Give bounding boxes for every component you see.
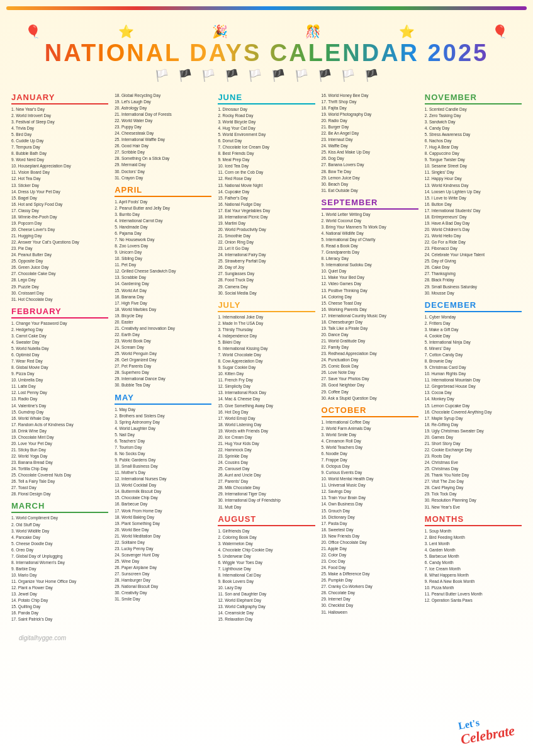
list-item: 9. Public Gardens Day [115,457,211,463]
list-item: 16. Barbecue Day [115,501,211,507]
list-item: 7. World Chocolate Day [218,352,315,358]
list-item: 21. Hugging Day [11,233,108,239]
june2-section: 16. World Honey Bee Day17. Thrift Shop D… [320,91,420,196]
list-item: 16. Hot and Spicy Food Day [11,201,108,208]
list-item: 21. World Hello Day [425,233,522,239]
list-item: 14. Mac & Cheese Day [218,396,315,402]
list-item: 11. Make Your Bed Day [322,274,418,281]
list-item: 5. Bikini Day [218,339,315,346]
list-item: 5. International Day of Charity [322,237,418,243]
list-item: 1. Soup Month [425,528,522,534]
list-item: 12. Lost Penny Day [11,390,108,396]
list-item: 22. Onion Ring Day [218,239,315,245]
list-item: 17. International Country Music Day [322,313,418,319]
list-item: 28. Superhero Day [115,370,211,376]
october-title: OCTOBER [322,405,418,417]
months-list: 1. Soup Month2. Bird Feeding Month3. Len… [425,528,522,604]
list-item: 25. Chocolate Covered Nuts Day [11,472,108,478]
list-item: 6. Miners' Day [425,346,522,352]
list-item: 2. Made In The USA Day [218,320,315,327]
col-4: 16. World Honey Bee Day17. Thrift Shop D… [320,91,420,625]
list-item: 7. Lighthouse Day [218,566,315,572]
list-item: 31. Hot Chocolate Day [11,296,108,303]
list-item: 26. Thank You Note Day [425,472,522,478]
list-item: 10. Sibling Day [115,256,211,262]
list-item: 29. Internet Day [322,596,418,602]
list-item: 18. Re-Gifting Day [425,422,522,428]
list-item: 29. Lemon Juice Day [322,175,418,181]
list-item: 3. Watermelon Day [218,541,315,547]
list-item: 21. Sticky Bun Day [11,447,108,453]
list-item: 25. World Penguin Day [115,351,211,357]
list-item: 1. May Day [115,407,211,413]
list-item: 28. Lego Day [11,277,108,283]
january-list: 1. New Year's Day2. World Introvert Day3… [11,106,108,303]
list-item: 22. Family Day [322,344,418,351]
list-item: 2. Peanut Butter and Jelly Day [115,205,211,212]
list-item: 31. Crayon Day [115,175,211,181]
list-item: 21. World Meditation Day [115,533,211,539]
list-item: 8. Cappuccino Day [425,150,522,157]
list-item: 24. Food Day [322,565,418,571]
list-item: 9. Word Nerd Day [11,157,108,163]
list-item: 11. Latte Day [11,383,108,390]
list-item: 11. Peanut Butter Lovers Month [425,591,522,597]
october-list: 1. International Coffee Day2. World Farm… [322,419,418,616]
list-item: 1. Change Your Password Day [11,320,108,327]
list-item: 13. Scrabble Day [115,274,211,281]
list-item: 12. Happy Hour Day [425,176,522,182]
list-item: 31. Mutt Day [218,504,315,511]
list-item: 7. Tourism Day [115,444,211,451]
list-item: 30. Mousse Day [425,290,522,296]
list-item: 26. Aunt and Uncle Day [218,472,315,478]
list-item: 10. Sesame Street Day [425,163,522,169]
list-item: 28. Bow Tie Day [322,169,418,175]
list-item: 25. Carousel Day [218,466,315,472]
col-5: NOVEMBER 1. Scented Candle Day2. Zero Ta… [423,91,524,625]
list-item: 11. Corn on the Cob Day [218,169,315,176]
list-item: 24. Peanut Butter Day [11,252,108,258]
list-item: 29. Tick Tock Day [425,491,522,497]
list-item: 19. Let's Laugh Day [115,99,211,105]
list-item: 4. Cookie Day [425,333,522,339]
list-item: 29. Coffee Day [322,389,418,395]
list-item: 3. World Smile Day [322,432,418,438]
list-item: 7. Grandparents Day [322,249,418,256]
list-item: 31. Halloween [322,609,418,616]
list-item: 10. Houseplant Appreciation Day [11,163,108,169]
list-item: 2. Rocky Road Day [218,113,315,119]
footer: digitalhygge.com [19,635,66,641]
list-item: 22. Go For a Ride Day [425,239,522,245]
list-item: 15. Cheese Toast Day [322,300,418,307]
list-item: 8. Octopus Day [322,463,418,470]
list-item: 3. Make a Gift Day [425,327,522,333]
list-item: 2. Fritters Day [425,320,522,327]
list-item: 10. Umbrella Day [11,377,108,383]
list-item: 5. Nail Day [115,432,211,438]
list-item: 6. International Kissing Day [218,346,315,352]
list-item: 19. Popcorn Day [11,220,108,227]
list-item: 25. Strawberry Parfait Day [218,258,315,264]
list-item: 22. Hammock Day [218,447,315,453]
list-item: 22. World Yoga Day [11,453,108,460]
list-item: 22. Answer Your Cat's Questions Day [11,239,108,245]
list-item: 9. Pizza Day [11,371,108,377]
list-item: 7. Ice Cream Month [425,566,522,572]
list-item: 7. Wear Red Day [11,358,108,364]
list-item: 25. Opposite Day [11,258,108,264]
list-item: 7. Hug A Bear Day [425,144,522,150]
list-item: 13. International Rock Day [218,390,315,396]
list-item: 16. Panda Day [11,610,108,616]
list-item: 11. Organize Your Home Office Day [11,578,108,585]
list-item: 10. Lazy Day [218,585,315,591]
list-item: 24. Waffle Day [322,143,418,149]
list-item: 24. Cousins Day [218,460,315,466]
list-item: 5. Stress Awareness Day [425,132,522,138]
list-item: 26. Paper Airplane Day [115,565,211,571]
list-item: 2. World Farm Animals Day [322,426,418,432]
list-item: 1. Girlfriends Day [218,528,315,534]
list-item: 9. Sugar Cookie Day [218,364,315,371]
list-item: 16. Working Parents Day [322,307,418,313]
list-item: 3. Festival of Sleep Day [11,119,108,125]
months-section: MONTHS 1. Soup Month2. Bird Feeding Mont… [423,512,524,606]
